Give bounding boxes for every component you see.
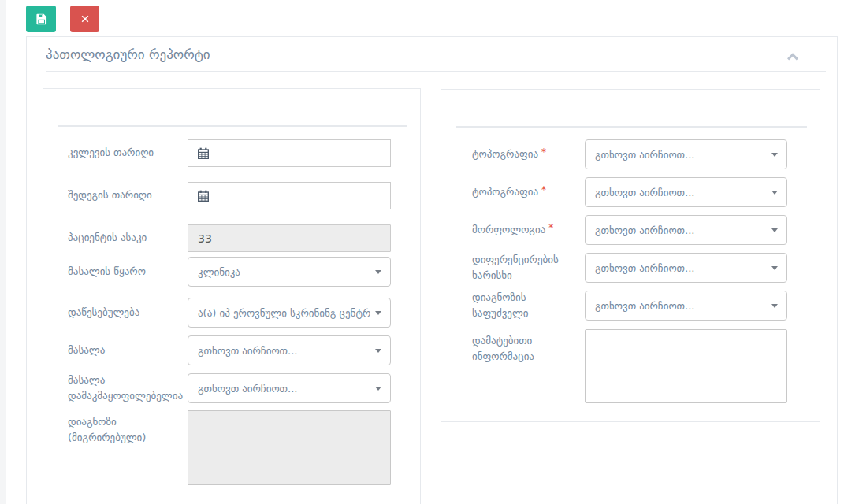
patient-age-label: პაციენტის ასაკი bbox=[68, 224, 186, 252]
form-row: მასალა დამაკმაყოფილებელია გთხოვთ აირჩიოთ… bbox=[43, 373, 420, 403]
x-icon bbox=[80, 14, 90, 24]
material-source-label: მასალის წყარო bbox=[68, 257, 186, 287]
morphology-dropdown[interactable]: გთხოვთ აირჩიოთ... bbox=[585, 215, 787, 245]
caret-down-icon bbox=[771, 153, 778, 157]
form-row: ტოპოგრაფია* გთხოვთ აირჩიოთ... bbox=[441, 177, 820, 207]
caret-down-icon bbox=[375, 311, 381, 315]
panel-header: პათოლოგიური რეპორტი bbox=[46, 37, 826, 72]
differentiation-grade-label: დიფერენცირების ხარისხი bbox=[472, 253, 582, 283]
institution-label: დაწესებულება bbox=[68, 298, 186, 328]
result-date-input-group bbox=[188, 182, 391, 209]
page-title: პათოლოგიური რეპორტი bbox=[46, 37, 826, 72]
material-dropdown[interactable]: გთხოვთ აირჩიოთ... bbox=[188, 335, 391, 365]
collapse-toggle[interactable] bbox=[786, 50, 799, 59]
form-row: დამატებითი ინფორმაცია bbox=[441, 329, 820, 403]
patient-age-field bbox=[188, 224, 391, 252]
topography-1-dropdown[interactable]: გთხოვთ აირჩიოთ... bbox=[585, 139, 787, 169]
material-satisfactory-label: მასალა დამაკმაყოფილებელია bbox=[68, 373, 186, 403]
pathology-report-panel: პათოლოგიური რეპორტი კვლევის თარიღი bbox=[26, 36, 838, 504]
additional-info-label: დამატებითი ინფორმაცია bbox=[472, 329, 582, 403]
form-row: დიაგნოზი (მიგრირებული) bbox=[43, 410, 420, 485]
study-date-input[interactable] bbox=[218, 140, 390, 166]
required-marker: * bbox=[541, 183, 546, 198]
material-label: მასალა bbox=[68, 335, 186, 365]
material-source-dropdown[interactable]: კლინიკა bbox=[188, 257, 391, 287]
caret-down-icon bbox=[771, 191, 778, 195]
form-row: მასალა გთხოვთ აირჩიოთ... bbox=[43, 335, 420, 365]
close-button[interactable] bbox=[70, 6, 99, 32]
form-row: დიაგნოზის საფუძველი გთხოვთ აირჩიოთ... bbox=[441, 291, 820, 321]
calendar-icon[interactable] bbox=[188, 183, 218, 209]
topography-1-label: ტოპოგრაფია* bbox=[472, 139, 582, 169]
additional-info-textarea[interactable] bbox=[585, 329, 787, 403]
material-satisfactory-dropdown[interactable]: გთხოვთ აირჩიოთ... bbox=[188, 373, 391, 403]
floppy-disk-icon bbox=[35, 13, 47, 25]
study-date-label: კვლევის თარიღი bbox=[68, 139, 186, 167]
calendar-icon[interactable] bbox=[188, 140, 218, 166]
form-row: მორფოლოგია* გთხოვთ აირჩიოთ... bbox=[441, 215, 820, 245]
caret-down-icon bbox=[375, 349, 381, 353]
migrated-diagnosis-label: დიაგნოზი (მიგრირებული) bbox=[68, 410, 186, 485]
caret-down-icon bbox=[375, 270, 381, 274]
form-row: შედეგის თარიღი bbox=[43, 182, 420, 209]
topography-2-label: ტოპოგრაფია* bbox=[472, 177, 582, 207]
save-button[interactable] bbox=[26, 6, 56, 32]
box-left-divider bbox=[58, 125, 407, 127]
chevron-up-icon bbox=[786, 50, 799, 65]
required-marker: * bbox=[548, 220, 553, 235]
differentiation-grade-dropdown[interactable]: გთხოვთ აირჩიოთ... bbox=[585, 253, 787, 283]
result-date-input[interactable] bbox=[218, 183, 390, 209]
caret-down-icon bbox=[771, 266, 778, 270]
caret-down-icon bbox=[771, 304, 778, 308]
institution-dropdown[interactable]: ა(ა) იპ ეროვნული სკრინინგ ცენტრ... bbox=[188, 298, 391, 328]
form-row: მასალის წყარო კლინიკა bbox=[43, 257, 420, 287]
form-row: ტოპოგრაფია* გთხოვთ აირჩიოთ... bbox=[441, 139, 820, 169]
migrated-diagnosis-textarea bbox=[188, 410, 391, 485]
form-row: კვლევის თარიღი bbox=[43, 139, 420, 167]
topography-2-dropdown[interactable]: გთხოვთ აირჩიოთ... bbox=[585, 177, 787, 207]
diagnosis-basis-label: დიაგნოზის საფუძველი bbox=[472, 291, 582, 321]
box-right-divider bbox=[456, 126, 807, 128]
diagnosis-codes-box: ტოპოგრაფია* გთხოვთ აირჩიოთ... ტოპოგრაფია… bbox=[441, 89, 820, 422]
study-date-input-group bbox=[188, 139, 391, 167]
caret-down-icon bbox=[771, 228, 778, 232]
morphology-label: მორფოლოგია* bbox=[472, 215, 582, 245]
form-row: დიფერენცირების ხარისხი გთხოვთ აირჩიოთ... bbox=[441, 253, 820, 283]
form-row: დაწესებულება ა(ა) იპ ეროვნული სკრინინგ ც… bbox=[43, 298, 420, 328]
report-details-box: კვლევის თარიღი bbox=[43, 88, 421, 504]
caret-down-icon bbox=[375, 387, 381, 391]
required-marker: * bbox=[541, 145, 546, 160]
result-date-label: შედეგის თარიღი bbox=[68, 182, 186, 209]
diagnosis-basis-dropdown[interactable]: გთხოვთ აირჩიოთ... bbox=[585, 291, 787, 321]
form-row: პაციენტის ასაკი bbox=[43, 224, 420, 252]
